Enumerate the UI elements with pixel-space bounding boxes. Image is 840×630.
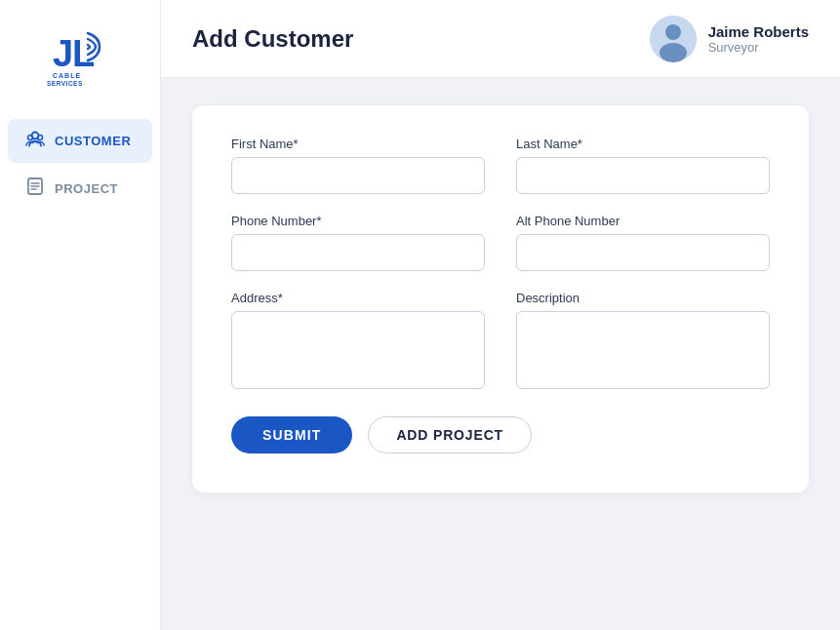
svg-point-5 — [28, 136, 33, 140]
sidebar-navigation: CUSTOMER PROJECT — [0, 119, 160, 211]
description-input[interactable] — [516, 311, 770, 389]
add-project-button[interactable]: ADD PROJECT — [368, 416, 532, 453]
submit-button[interactable]: SUBMIT — [231, 416, 352, 453]
svg-point-6 — [38, 136, 43, 140]
first-name-label: First Name* — [231, 137, 485, 151]
first-name-input[interactable] — [231, 157, 485, 194]
page-title: Add Customer — [192, 25, 353, 53]
form-row-address-desc: Address* Description — [231, 291, 770, 389]
user-profile: Jaime Roberts Surveyor — [650, 16, 809, 62]
address-label: Address* — [231, 291, 485, 305]
last-name-input[interactable] — [516, 157, 770, 194]
svg-point-13 — [660, 43, 687, 62]
form-group-description: Description — [516, 291, 770, 389]
user-info: Jaime Roberts Surveyor — [708, 23, 809, 55]
form-row-names: First Name* Last Name* — [231, 137, 770, 194]
phone-label: Phone Number* — [231, 214, 485, 228]
app-logo: J L CABLE SERVICES — [45, 18, 115, 88]
project-icon — [25, 177, 45, 201]
phone-input[interactable] — [231, 234, 485, 271]
customer-icon — [25, 129, 45, 153]
form-group-last-name: Last Name* — [516, 137, 770, 194]
form-group-address: Address* — [231, 291, 485, 389]
user-name: Jaime Roberts — [708, 23, 809, 40]
alt-phone-label: Alt Phone Number — [516, 214, 770, 228]
description-label: Description — [516, 291, 770, 305]
sidebar-item-customer[interactable]: CUSTOMER — [8, 119, 152, 163]
alt-phone-input[interactable] — [516, 234, 770, 271]
logo-area: J L CABLE SERVICES — [45, 18, 115, 88]
sidebar: J L CABLE SERVICES — [0, 0, 161, 630]
svg-text:SERVICES: SERVICES — [47, 80, 83, 87]
main-area: Add Customer Jaime Roberts Surveyor — [161, 0, 840, 630]
sidebar-item-project-label: PROJECT — [55, 181, 118, 196]
avatar — [650, 16, 697, 62]
form-actions: SUBMIT ADD PROJECT — [231, 416, 770, 453]
form-group-alt-phone: Alt Phone Number — [516, 214, 770, 271]
svg-point-12 — [665, 24, 681, 40]
sidebar-item-customer-label: CUSTOMER — [55, 134, 131, 148]
content-area: First Name* Last Name* Phone Number* Alt… — [161, 78, 840, 630]
svg-text:J: J — [53, 33, 73, 74]
last-name-label: Last Name* — [516, 137, 770, 151]
form-row-phones: Phone Number* Alt Phone Number — [231, 214, 770, 271]
form-group-phone: Phone Number* — [231, 214, 485, 271]
header: Add Customer Jaime Roberts Surveyor — [161, 0, 840, 78]
add-customer-form: First Name* Last Name* Phone Number* Alt… — [192, 105, 809, 492]
form-group-first-name: First Name* — [231, 137, 485, 194]
sidebar-item-project[interactable]: PROJECT — [8, 167, 152, 211]
address-input[interactable] — [231, 311, 485, 389]
svg-text:CABLE: CABLE — [53, 72, 81, 79]
user-role: Surveyor — [708, 40, 809, 55]
